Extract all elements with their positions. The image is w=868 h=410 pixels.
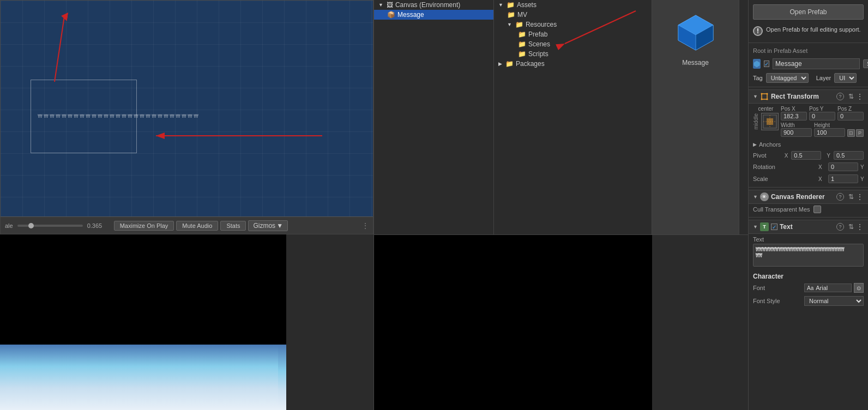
pos-x-field[interactable] xyxy=(781,112,807,120)
rot-x-label: X xyxy=(818,164,826,170)
height-field[interactable] xyxy=(814,128,845,137)
asset-prefab[interactable]: 📁 Prefab xyxy=(494,29,652,39)
expand-buttons: ⊡ P xyxy=(847,122,864,137)
packages-folder-icon: 📁 xyxy=(505,60,514,68)
stats-button[interactable]: Stats xyxy=(220,221,246,231)
rot-x-field[interactable] xyxy=(828,162,858,171)
rotation-row: Rotation X Y Z xyxy=(749,161,868,173)
rotation-label: Rotation xyxy=(753,164,818,170)
message-cube-icon: 📦 xyxy=(387,11,395,19)
scenes-folder-icon: 📁 xyxy=(518,40,526,48)
tag-select[interactable]: Untagged xyxy=(766,73,809,83)
pos-z-field[interactable] xyxy=(837,112,864,120)
asset-scripts[interactable]: 📁 Scripts xyxy=(494,49,652,59)
rect-transform-more[interactable]: ⋮ xyxy=(856,92,864,101)
text-more[interactable]: ⋮ xyxy=(856,222,864,231)
character-section: Character xyxy=(749,270,868,281)
rot-y-label: Y xyxy=(860,164,868,170)
canvas-renderer-help[interactable]: ? xyxy=(836,193,844,201)
object-checkbox[interactable]: ✓ xyxy=(764,61,769,67)
svg-rect-12 xyxy=(762,94,767,99)
asset-resources[interactable]: ▼ 📁 Resources xyxy=(494,20,652,29)
layer-select[interactable]: UI xyxy=(834,73,857,83)
scene-view[interactable]: ₩₩₩₩₩₩₩₩₩₩₩₩₩₩₩₩₩₩₩₩₩₩₩₩₩₩₩ ale 0.365 Ma… xyxy=(0,0,373,234)
scale-x-field[interactable] xyxy=(828,174,858,183)
text-triangle: ▼ xyxy=(753,224,758,230)
canvas-renderer-arrows[interactable]: ⇅ xyxy=(848,193,854,201)
assets-root[interactable]: ▼ 📁 Assets xyxy=(494,0,652,10)
mv-label: MV xyxy=(517,11,527,19)
pos-y-field[interactable] xyxy=(809,112,835,120)
maximize-on-play-button[interactable]: Maximize On Play xyxy=(114,221,174,231)
object-icon xyxy=(753,59,761,69)
pivot-y-field[interactable] xyxy=(834,151,864,160)
resources-triangle: ▼ xyxy=(507,22,512,27)
expand-btn-2[interactable]: P xyxy=(856,129,864,137)
prefab-folder-icon: 📁 xyxy=(518,31,526,38)
expand-btn-1[interactable]: ⊡ xyxy=(847,129,855,137)
rect-transform-help[interactable]: ? xyxy=(836,93,844,100)
resources-label: Resources xyxy=(526,21,557,28)
width-group: Width xyxy=(781,122,812,137)
font-style-row: Font Style Normal xyxy=(749,294,868,308)
anchor-diagram[interactable] xyxy=(761,113,779,130)
anchors-label: Anchors xyxy=(759,141,781,148)
cull-checkbox[interactable] xyxy=(813,206,821,213)
asset-mv[interactable]: 📁 MV xyxy=(494,10,652,20)
pos-y-label: Pos Y xyxy=(809,106,835,112)
hierarchy-message-item[interactable]: 📦 Message xyxy=(374,10,493,20)
object-name-field[interactable] xyxy=(773,58,860,69)
center-label: center xyxy=(758,106,774,112)
anchors-triangle: ▶ xyxy=(753,142,757,147)
message-label: Message xyxy=(397,11,424,19)
tag-layer-row: Tag Untagged Layer UI xyxy=(749,71,868,85)
scale-xyz: X Y Z xyxy=(818,174,868,183)
svg-marker-11 xyxy=(754,61,760,67)
height-group: Height xyxy=(814,122,845,137)
scale-slider[interactable] xyxy=(17,225,83,227)
font-browse-button[interactable]: ⊙ xyxy=(854,283,864,293)
open-prefab-button[interactable]: Open Prefab xyxy=(753,4,864,20)
pivot-row: Pivot X Y xyxy=(749,150,868,161)
pos-y-group: Pos Y xyxy=(809,106,835,120)
text-field-area: Text ₩₩₩₩₩₩₩₩₩₩₩₩₩₩₩₩₩₩₩₩₩₩₩₩₩₩₩ ₩₩ xyxy=(749,234,868,270)
font-style-select[interactable]: Normal xyxy=(804,296,864,306)
object-name-row: ✓ Static ▼ xyxy=(749,56,868,71)
game-view-bottom xyxy=(374,235,652,410)
canvas-renderer-header[interactable]: ▼ 👁 Canvas Renderer ? ⇅ ⋮ xyxy=(749,190,868,204)
font-name: Arial xyxy=(816,285,828,291)
resources-folder-icon: 📁 xyxy=(515,21,523,28)
warning-text: Open Prefab for full editing support. xyxy=(766,26,861,33)
text-component-checkbox[interactable]: ✓ xyxy=(771,224,777,230)
middle-label: middle xyxy=(753,113,759,129)
anchors-section[interactable]: ▶ Anchors xyxy=(749,139,868,150)
pivot-x-field[interactable] xyxy=(791,151,821,160)
divider-4 xyxy=(749,217,868,218)
inspector-panel: Open Prefab ! Open Prefab for full editi… xyxy=(748,0,868,410)
canvas-renderer-more[interactable]: ⋮ xyxy=(856,192,864,201)
prefab-label: Prefab xyxy=(528,31,547,38)
asset-scenes[interactable]: 📁 Scenes xyxy=(494,39,652,49)
canvas-renderer-triangle: ▼ xyxy=(753,194,758,200)
pos-z-group: Pos Z xyxy=(837,106,864,120)
prefab-label: Message xyxy=(682,59,709,67)
width-field[interactable] xyxy=(781,128,812,137)
asset-packages[interactable]: ▶ 📁 Packages xyxy=(494,59,652,69)
scene-more-icon[interactable]: ⋮ xyxy=(362,222,369,230)
font-value-field: Aa Arial xyxy=(804,284,852,292)
text-component-header[interactable]: ▼ T ✓ Text ? ⇅ ⋮ xyxy=(749,220,868,234)
canvas-icon: 🖼 xyxy=(387,1,393,9)
wh-row: Width Height ⊡ P xyxy=(781,122,864,137)
text-textarea[interactable]: ₩₩₩₩₩₩₩₩₩₩₩₩₩₩₩₩₩₩₩₩₩₩₩₩₩₩₩ ₩₩ xyxy=(753,244,864,267)
gizmos-dropdown[interactable]: Gizmos ▼ xyxy=(248,220,288,231)
text-help[interactable]: ? xyxy=(836,223,844,231)
mute-audio-button[interactable]: Mute Audio xyxy=(176,221,218,231)
rect-transform-header[interactable]: ▼ Rect Transform ? ⇅ ⋮ xyxy=(749,89,868,104)
svg-point-14 xyxy=(766,93,768,95)
static-badge[interactable]: Static ▼ xyxy=(863,59,868,68)
rect-transform-arrows[interactable]: ⇅ xyxy=(848,93,854,100)
rect-transform-label: Rect Transform xyxy=(771,93,834,100)
hierarchy-canvas-item[interactable]: ▼ 🖼 Canvas (Environment) xyxy=(374,0,493,10)
text-arrows[interactable]: ⇅ xyxy=(848,223,854,231)
root-label: Root in Prefab Asset xyxy=(749,45,868,56)
